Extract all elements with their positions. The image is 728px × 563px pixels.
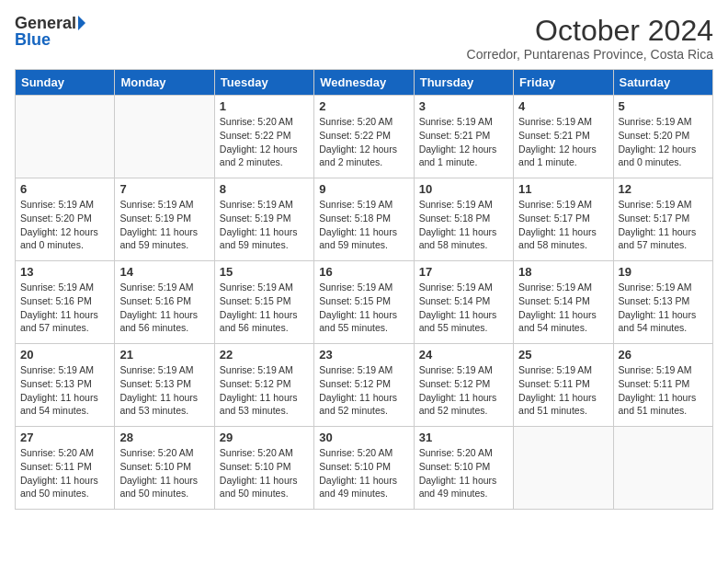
day-info: Sunrise: 5:19 AM Sunset: 5:21 PM Dayligh… — [518, 115, 608, 169]
day-info: Sunrise: 5:19 AM Sunset: 5:18 PM Dayligh… — [319, 198, 408, 252]
calendar-cell — [514, 427, 613, 510]
logo-arrow-icon — [78, 16, 85, 30]
calendar-cell: 19Sunrise: 5:19 AM Sunset: 5:13 PM Dayli… — [613, 261, 712, 344]
day-number: 11 — [518, 182, 608, 196]
calendar-cell: 24Sunrise: 5:19 AM Sunset: 5:12 PM Dayli… — [414, 344, 513, 427]
calendar-week-row: 20Sunrise: 5:19 AM Sunset: 5:13 PM Dayli… — [16, 344, 713, 427]
calendar-cell: 21Sunrise: 5:19 AM Sunset: 5:13 PM Dayli… — [115, 344, 214, 427]
day-number: 8 — [220, 182, 309, 196]
calendar-cell: 11Sunrise: 5:19 AM Sunset: 5:17 PM Dayli… — [514, 178, 613, 261]
day-info: Sunrise: 5:20 AM Sunset: 5:10 PM Dayligh… — [419, 446, 508, 500]
calendar-cell: 16Sunrise: 5:19 AM Sunset: 5:15 PM Dayli… — [314, 261, 414, 344]
day-number: 5 — [619, 99, 708, 113]
calendar-header-tuesday: Tuesday — [214, 70, 313, 96]
day-info: Sunrise: 5:19 AM Sunset: 5:11 PM Dayligh… — [619, 363, 708, 418]
day-number: 17 — [419, 265, 508, 279]
day-number: 15 — [220, 265, 309, 279]
day-info: Sunrise: 5:19 AM Sunset: 5:18 PM Dayligh… — [419, 198, 508, 252]
day-number: 28 — [119, 431, 209, 444]
calendar-cell: 15Sunrise: 5:19 AM Sunset: 5:15 PM Dayli… — [214, 261, 313, 344]
calendar-week-row: 1Sunrise: 5:20 AM Sunset: 5:22 PM Daylig… — [16, 96, 713, 178]
day-info: Sunrise: 5:19 AM Sunset: 5:12 PM Dayligh… — [220, 363, 309, 418]
month-title: October 2024 — [467, 15, 713, 47]
day-info: Sunrise: 5:19 AM Sunset: 5:11 PM Dayligh… — [518, 363, 608, 418]
day-number: 7 — [119, 182, 209, 196]
calendar-header-saturday: Saturday — [613, 70, 712, 96]
logo-blue-text: Blue — [15, 31, 51, 48]
day-info: Sunrise: 5:20 AM Sunset: 5:11 PM Dayligh… — [20, 446, 109, 500]
calendar-cell: 4Sunrise: 5:19 AM Sunset: 5:21 PM Daylig… — [514, 96, 613, 178]
calendar-cell: 18Sunrise: 5:19 AM Sunset: 5:14 PM Dayli… — [514, 261, 613, 344]
day-number: 16 — [319, 265, 408, 279]
day-info: Sunrise: 5:19 AM Sunset: 5:21 PM Dayligh… — [419, 115, 508, 169]
day-info: Sunrise: 5:19 AM Sunset: 5:19 PM Dayligh… — [119, 198, 209, 252]
calendar-week-row: 13Sunrise: 5:19 AM Sunset: 5:16 PM Dayli… — [16, 261, 713, 344]
day-info: Sunrise: 5:19 AM Sunset: 5:20 PM Dayligh… — [20, 198, 109, 252]
day-info: Sunrise: 5:19 AM Sunset: 5:13 PM Dayligh… — [619, 281, 708, 335]
day-info: Sunrise: 5:20 AM Sunset: 5:10 PM Dayligh… — [319, 446, 408, 500]
location-title: Corredor, Puntarenas Province, Costa Ric… — [467, 47, 713, 62]
calendar-header-sunday: Sunday — [16, 70, 115, 96]
day-info: Sunrise: 5:19 AM Sunset: 5:19 PM Dayligh… — [220, 198, 309, 252]
calendar-header-wednesday: Wednesday — [314, 70, 414, 96]
day-number: 13 — [20, 265, 109, 279]
day-info: Sunrise: 5:19 AM Sunset: 5:14 PM Dayligh… — [518, 281, 608, 335]
day-info: Sunrise: 5:19 AM Sunset: 5:12 PM Dayligh… — [319, 363, 408, 418]
day-info: Sunrise: 5:19 AM Sunset: 5:20 PM Dayligh… — [619, 115, 708, 169]
day-number: 21 — [119, 348, 209, 362]
day-number: 2 — [319, 99, 408, 113]
calendar-cell: 1Sunrise: 5:20 AM Sunset: 5:22 PM Daylig… — [214, 96, 313, 178]
calendar-cell: 28Sunrise: 5:20 AM Sunset: 5:10 PM Dayli… — [115, 427, 214, 510]
day-number: 18 — [518, 265, 608, 279]
calendar-cell: 22Sunrise: 5:19 AM Sunset: 5:12 PM Dayli… — [214, 344, 313, 427]
day-number: 9 — [319, 182, 408, 196]
calendar-cell: 23Sunrise: 5:19 AM Sunset: 5:12 PM Dayli… — [314, 344, 414, 427]
calendar-cell — [16, 96, 115, 178]
title-area: October 2024 Corredor, Puntarenas Provin… — [467, 15, 713, 62]
calendar-week-row: 27Sunrise: 5:20 AM Sunset: 5:11 PM Dayli… — [16, 427, 713, 510]
day-number: 27 — [20, 431, 109, 444]
day-info: Sunrise: 5:19 AM Sunset: 5:15 PM Dayligh… — [319, 281, 408, 335]
day-number: 24 — [419, 348, 508, 362]
calendar-cell: 14Sunrise: 5:19 AM Sunset: 5:16 PM Dayli… — [115, 261, 214, 344]
day-number: 31 — [419, 431, 508, 444]
day-number: 23 — [319, 348, 408, 362]
calendar-cell: 6Sunrise: 5:19 AM Sunset: 5:20 PM Daylig… — [16, 178, 115, 261]
calendar-cell: 25Sunrise: 5:19 AM Sunset: 5:11 PM Dayli… — [514, 344, 613, 427]
calendar-cell — [115, 96, 214, 178]
day-number: 6 — [20, 182, 109, 196]
day-number: 10 — [419, 182, 508, 196]
calendar-cell: 12Sunrise: 5:19 AM Sunset: 5:17 PM Dayli… — [613, 178, 712, 261]
calendar-cell: 8Sunrise: 5:19 AM Sunset: 5:19 PM Daylig… — [214, 178, 313, 261]
calendar-cell — [613, 427, 712, 510]
logo-general-text: General — [15, 15, 76, 31]
day-number: 1 — [220, 99, 309, 113]
day-info: Sunrise: 5:19 AM Sunset: 5:17 PM Dayligh… — [518, 198, 608, 252]
calendar-cell: 17Sunrise: 5:19 AM Sunset: 5:14 PM Dayli… — [414, 261, 513, 344]
calendar-header-thursday: Thursday — [414, 70, 513, 96]
day-number: 12 — [619, 182, 708, 196]
day-info: Sunrise: 5:20 AM Sunset: 5:10 PM Dayligh… — [119, 446, 209, 500]
day-info: Sunrise: 5:20 AM Sunset: 5:22 PM Dayligh… — [220, 115, 309, 169]
day-info: Sunrise: 5:19 AM Sunset: 5:13 PM Dayligh… — [20, 363, 109, 418]
calendar-header-row: SundayMondayTuesdayWednesdayThursdayFrid… — [16, 70, 713, 96]
day-number: 29 — [220, 431, 309, 444]
day-number: 26 — [619, 348, 708, 362]
calendar-cell: 26Sunrise: 5:19 AM Sunset: 5:11 PM Dayli… — [613, 344, 712, 427]
calendar-cell: 5Sunrise: 5:19 AM Sunset: 5:20 PM Daylig… — [613, 96, 712, 178]
calendar-cell: 13Sunrise: 5:19 AM Sunset: 5:16 PM Dayli… — [16, 261, 115, 344]
calendar-cell: 31Sunrise: 5:20 AM Sunset: 5:10 PM Dayli… — [414, 427, 513, 510]
day-number: 25 — [518, 348, 608, 362]
calendar-header-monday: Monday — [115, 70, 214, 96]
day-info: Sunrise: 5:19 AM Sunset: 5:14 PM Dayligh… — [419, 281, 508, 335]
day-info: Sunrise: 5:19 AM Sunset: 5:13 PM Dayligh… — [119, 363, 209, 418]
calendar-cell: 10Sunrise: 5:19 AM Sunset: 5:18 PM Dayli… — [414, 178, 513, 261]
day-number: 19 — [619, 265, 708, 279]
day-number: 3 — [419, 99, 508, 113]
calendar-cell: 30Sunrise: 5:20 AM Sunset: 5:10 PM Dayli… — [314, 427, 414, 510]
calendar: SundayMondayTuesdayWednesdayThursdayFrid… — [15, 69, 713, 510]
day-info: Sunrise: 5:19 AM Sunset: 5:16 PM Dayligh… — [119, 281, 209, 335]
calendar-cell: 9Sunrise: 5:19 AM Sunset: 5:18 PM Daylig… — [314, 178, 414, 261]
day-info: Sunrise: 5:19 AM Sunset: 5:16 PM Dayligh… — [20, 281, 109, 335]
calendar-week-row: 6Sunrise: 5:19 AM Sunset: 5:20 PM Daylig… — [16, 178, 713, 261]
